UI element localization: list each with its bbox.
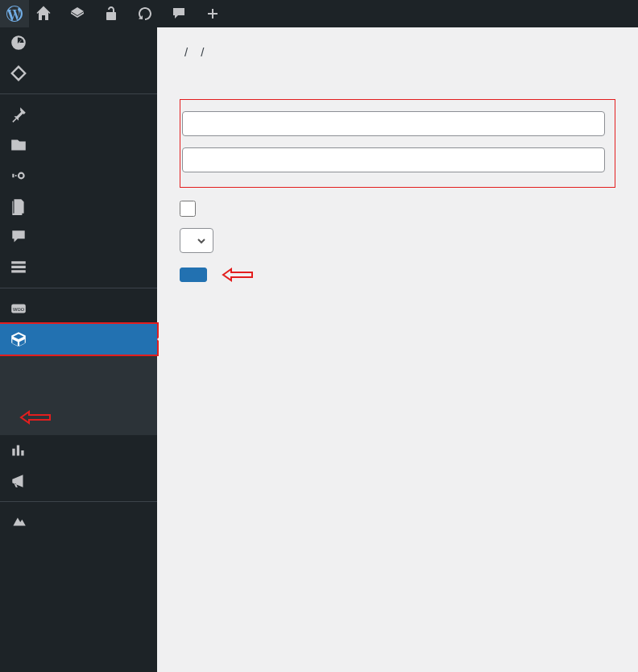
- flatsome-icon: [69, 6, 85, 22]
- unlock-icon: [103, 6, 119, 22]
- enable-archives-checkbox[interactable]: [180, 201, 196, 217]
- sidebar-item-portfolio[interactable]: [0, 130, 157, 160]
- sidebar-item-analytics[interactable]: [0, 435, 157, 466]
- add-attribute-button[interactable]: [180, 268, 207, 282]
- updates-menu[interactable]: [130, 0, 164, 27]
- svg-point-0: [15, 175, 17, 176]
- main-content: / /: [157, 27, 638, 672]
- comment-icon: [10, 228, 27, 246]
- sidebar-item-products[interactable]: [0, 324, 157, 355]
- products-submenu: [0, 355, 157, 435]
- svg-text:woo: woo: [12, 305, 24, 313]
- new-menu[interactable]: [198, 0, 232, 27]
- marketing-icon: [10, 472, 27, 490]
- menu-separator: [0, 93, 157, 94]
- sort-order-select[interactable]: [180, 228, 213, 253]
- portfolio-icon: [10, 136, 27, 154]
- activate-theme-menu[interactable]: [97, 0, 130, 27]
- sidebar-item-woocommerce[interactable]: woo: [0, 293, 157, 324]
- sidebar-item-comments[interactable]: [0, 222, 157, 252]
- blocks-icon: [10, 259, 27, 276]
- submenu-item-categories[interactable]: [0, 382, 157, 393]
- sidebar-item-pages[interactable]: [0, 191, 157, 222]
- menu-separator: [0, 288, 157, 288]
- wp-logo-menu[interactable]: [0, 0, 29, 27]
- comments-icon: [171, 6, 187, 22]
- sidebar-item-ux-blocks[interactable]: [0, 252, 157, 283]
- comments-menu[interactable]: [164, 0, 198, 27]
- highlight-arrow-icon: [19, 410, 52, 425]
- plus-icon: [205, 6, 221, 22]
- sidebar-item-media[interactable]: [0, 160, 157, 191]
- admin-bar: [0, 0, 638, 27]
- highlight-arrow-icon: [222, 268, 254, 282]
- woocommerce-icon: woo: [10, 300, 27, 317]
- updates-icon: [137, 6, 153, 22]
- submenu-item-attributes[interactable]: [0, 404, 157, 430]
- home-icon: [35, 6, 52, 22]
- submenu-item-tags[interactable]: [0, 393, 157, 404]
- appearance-icon: [10, 513, 27, 531]
- menu-separator: [0, 501, 157, 502]
- submenu-item-add-new[interactable]: [0, 371, 157, 382]
- name-input[interactable]: [182, 111, 605, 136]
- pin-icon: [10, 106, 27, 123]
- dashboard-icon: [10, 34, 27, 52]
- site-name-menu[interactable]: [29, 0, 63, 27]
- breadcrumb: / /: [180, 45, 615, 59]
- flatsome-menu-icon: [10, 64, 27, 82]
- analytics-icon: [10, 442, 27, 459]
- pages-icon: [10, 197, 27, 215]
- theme-menu[interactable]: [63, 0, 97, 27]
- products-icon: [10, 330, 27, 348]
- highlighted-form-box: [180, 99, 615, 188]
- slug-input[interactable]: [182, 147, 605, 172]
- admin-sidebar: woo: [0, 27, 157, 672]
- sidebar-item-flatsome[interactable]: [0, 58, 157, 89]
- sidebar-item-posts[interactable]: [0, 99, 157, 130]
- sidebar-item-marketing[interactable]: [0, 466, 157, 496]
- submenu-item-all-products[interactable]: [0, 359, 157, 371]
- wordpress-icon: [6, 6, 23, 22]
- sidebar-item-appearance[interactable]: [0, 507, 157, 537]
- media-icon: [10, 167, 27, 185]
- sidebar-item-dashboard[interactable]: [0, 27, 157, 58]
